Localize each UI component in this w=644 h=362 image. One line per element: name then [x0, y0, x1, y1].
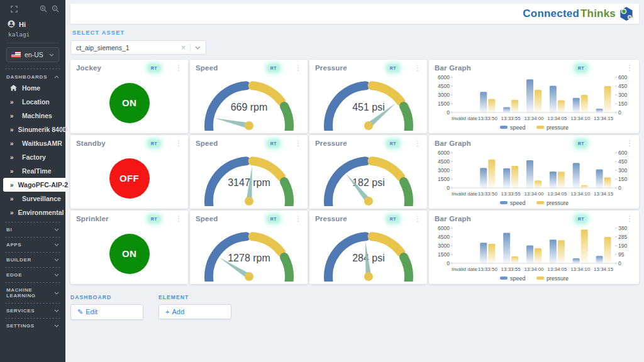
sidebar-section-apps[interactable]: APPS [5, 237, 60, 250]
kebab-menu-icon[interactable]: ⋮ [294, 65, 302, 71]
chevrons-icon: » [10, 112, 18, 119]
sidebar-section-machine-learning[interactable]: MACHINE LEARNING [5, 282, 60, 300]
section-label: APPS [6, 242, 21, 248]
zoom-out-icon[interactable] [52, 5, 59, 13]
svg-text:13:34:00: 13:34:00 [524, 116, 544, 121]
edit-dashboard-button[interactable]: ✎Edit [70, 304, 143, 320]
status-indicator: ON [109, 83, 150, 123]
dashboard-controls: DASHBOARD ✎Edit ELEMENT +Add [70, 294, 639, 320]
chevron-down-icon[interactable] [195, 46, 201, 50]
svg-text:13:33:55: 13:33:55 [501, 191, 521, 197]
svg-text:4500: 4500 [438, 234, 450, 240]
svg-text:13:33:55: 13:33:55 [501, 266, 521, 272]
sidebar-item-label: WagoPFC-AIP-2 [18, 181, 69, 189]
sidebar-item-waitkusamr[interactable]: »WaitkusAMR [0, 136, 65, 150]
asset-selector-section: SELECT ASSET ct_aip_siemens_1 × [70, 30, 639, 55]
greeting-text: Hi [19, 21, 26, 28]
realtime-badge: RT [148, 216, 160, 222]
sidebar-item-factory[interactable]: »Factory [0, 150, 65, 164]
card-title: Sprinkler [76, 215, 148, 222]
kebab-menu-icon[interactable]: ⋮ [175, 216, 182, 222]
chevrons-icon: » [10, 182, 14, 189]
logo: ConnectedThinks [523, 6, 634, 21]
clear-icon[interactable]: × [181, 43, 186, 52]
card-pressure-gauge-row2: PressureRT⋮284 psi [309, 211, 427, 284]
section-dashboards-label: DASHBOARDS [6, 74, 47, 80]
fullscreen-icon[interactable] [11, 6, 18, 13]
sidebar-section-settings[interactable]: SETTINGS [5, 318, 60, 331]
sidebar-item-location[interactable]: »Location [0, 95, 65, 109]
svg-text:0: 0 [618, 109, 621, 116]
svg-text:300: 300 [618, 167, 627, 173]
svg-text:380: 380 [618, 225, 627, 231]
speed-gauge: 3147 rpm [192, 148, 306, 209]
svg-text:pressure: pressure [547, 124, 569, 131]
kebab-menu-icon[interactable]: ⋮ [414, 140, 421, 146]
divider [190, 43, 191, 52]
pencil-icon: ✎ [77, 308, 83, 315]
svg-text:0: 0 [618, 260, 621, 266]
sidebar-item-machines[interactable]: »Machines [0, 109, 65, 123]
section-dashboards[interactable]: DASHBOARDS [0, 72, 65, 81]
realtime-badge: RT [575, 216, 587, 222]
language-selector[interactable]: en-US [6, 47, 59, 62]
sidebar-section-builder[interactable]: BUILDER [5, 252, 60, 265]
kebab-menu-icon[interactable]: ⋮ [294, 216, 302, 222]
sidebar-item-realtime[interactable]: »RealTime [0, 164, 65, 178]
kebab-menu-icon[interactable]: ⋮ [294, 140, 302, 146]
status-indicator: ON [109, 234, 150, 274]
section-label: BUILDER [6, 257, 31, 263]
sidebar-item-environmental[interactable]: »Environmental [0, 206, 65, 219]
svg-text:669 rpm: 669 rpm [230, 102, 267, 112]
svg-text:0: 0 [618, 185, 621, 191]
svg-text:13:34:15: 13:34:15 [594, 266, 614, 272]
sidebar-section-services[interactable]: SERVICES [5, 303, 60, 315]
add-element-button[interactable]: +Add [158, 304, 231, 319]
svg-text:speed: speed [510, 275, 526, 282]
app-root: Hi kalagi en-US DASHBOARDS Home»Location… [0, 0, 644, 362]
svg-text:300: 300 [618, 92, 627, 98]
sidebar-section-bi[interactable]: BI [5, 222, 60, 234]
sidebar-item-surveillance[interactable]: »Surveillance [0, 192, 65, 206]
sidebar-item-wagopfc-aip-2[interactable]: »WagoPFC-AIP-2 [3, 178, 65, 192]
card-title: Jockey [76, 64, 148, 72]
card-title: Pressure [315, 140, 387, 147]
zoom-in-icon[interactable] [40, 5, 47, 13]
dashed-divider [5, 69, 60, 69]
realtime-badge: RT [387, 65, 399, 72]
card-title: Bar Graph [435, 215, 575, 222]
chevron-down-icon [54, 258, 59, 261]
sidebar-section-edge[interactable]: EDGE [5, 267, 60, 280]
kebab-menu-icon[interactable]: ⋮ [414, 216, 421, 222]
kebab-menu-icon[interactable]: ⋮ [626, 140, 633, 146]
svg-text:190: 190 [618, 243, 627, 249]
pressure-gauge: 284 psi [312, 224, 425, 284]
svg-text:13:33:55: 13:33:55 [501, 116, 521, 121]
card-pressure-gauge-row1: PressureRT⋮182 psi [309, 135, 427, 209]
asset-select[interactable]: ct_aip_siemens_1 × [70, 40, 206, 55]
svg-text:6000: 6000 [438, 150, 450, 156]
svg-text:13:33:50: 13:33:50 [478, 266, 498, 272]
svg-text:13:34:05: 13:34:05 [547, 116, 567, 121]
kebab-menu-icon[interactable]: ⋮ [175, 65, 182, 71]
dashboard-grid: JockeyRT⋮ONSpeedRT⋮669 rpmPressureRT⋮451… [70, 60, 639, 284]
topbar: ConnectedThinks [70, 4, 639, 24]
sidebar-item-home[interactable]: Home [0, 81, 65, 95]
home-icon [10, 85, 18, 91]
kebab-menu-icon[interactable]: ⋮ [626, 216, 633, 222]
sidebar-item-sinumerik-840d[interactable]: »Sinumerik 840D [0, 123, 65, 136]
realtime-badge: RT [268, 65, 279, 72]
chevrons-icon: » [10, 126, 14, 133]
kebab-menu-icon[interactable]: ⋮ [414, 65, 421, 71]
status-indicator: OFF [109, 158, 150, 199]
svg-text:13:34:10: 13:34:10 [570, 266, 591, 272]
kebab-menu-icon[interactable]: ⋮ [626, 65, 633, 71]
svg-text:1500: 1500 [438, 251, 450, 258]
sidebar-item-label: Machines [22, 112, 52, 119]
pressure-gauge: 182 psi [312, 148, 425, 209]
kebab-menu-icon[interactable]: ⋮ [175, 140, 182, 146]
svg-text:3000: 3000 [438, 167, 450, 173]
chevron-down-icon [54, 292, 59, 295]
chevron-up-icon [54, 75, 59, 79]
speed-gauge: 1278 rpm [192, 224, 306, 284]
